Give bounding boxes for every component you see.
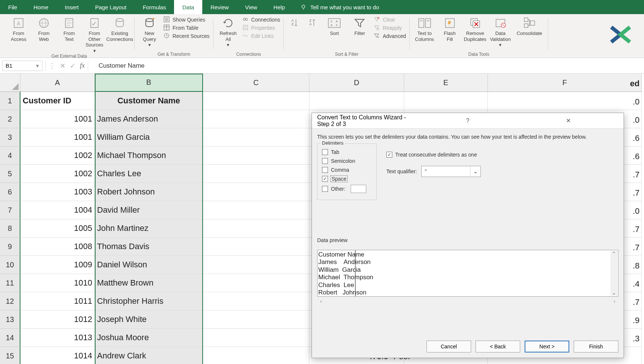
cell[interactable]: 1004 <box>20 201 95 219</box>
cell[interactable]: Michael Thompson <box>95 146 203 165</box>
cell[interactable]: 1005 <box>20 219 95 238</box>
enter-icon[interactable]: ✓ <box>70 62 75 70</box>
tab-help[interactable]: Help <box>265 0 293 14</box>
cell[interactable]: 1002 <box>20 146 95 165</box>
tab-review[interactable]: Review <box>202 0 237 14</box>
space-checkbox[interactable] <box>322 176 328 182</box>
dialog-help-button[interactable]: ? <box>418 117 518 124</box>
cell[interactable] <box>203 128 309 146</box>
tab-file[interactable]: File <box>0 0 25 14</box>
cell[interactable]: William Garcia <box>95 128 203 146</box>
tab-home[interactable]: Home <box>25 0 57 14</box>
from-access-button[interactable]: AFromAccess <box>7 15 30 42</box>
tab-view[interactable]: View <box>237 0 265 14</box>
row-header-10[interactable]: 10 <box>0 256 20 274</box>
cell[interactable]: 1003 <box>20 183 95 201</box>
cell[interactable]: 1010 <box>20 274 95 292</box>
row-header-3[interactable]: 3 <box>0 128 20 146</box>
cell[interactable]: Christopher Harris <box>95 292 203 310</box>
scroll-down-icon[interactable]: ⌄ <box>612 290 616 296</box>
connections-button[interactable]: Connections <box>242 16 280 23</box>
cell[interactable]: John Martinez <box>95 219 203 238</box>
cell[interactable]: Joseph White <box>95 310 203 329</box>
select-all-corner[interactable] <box>0 74 20 92</box>
data-validation-button[interactable]: DataValidation ▾ <box>489 15 512 48</box>
col-header-B[interactable]: B <box>95 74 203 92</box>
refresh-all-button[interactable]: RefreshAll ▾ <box>217 15 239 48</box>
cancel-button[interactable]: Cancel <box>426 341 471 352</box>
cell[interactable] <box>203 92 309 110</box>
row-header-7[interactable]: 7 <box>0 201 20 219</box>
row-header-4[interactable]: 4 <box>0 146 20 165</box>
row-header-15[interactable]: 15 <box>0 347 20 364</box>
filter-button[interactable]: Filter <box>348 15 371 36</box>
tab-insert[interactable]: Insert <box>57 0 87 14</box>
cell[interactable]: 1009 <box>20 256 95 274</box>
col-header-F[interactable]: F <box>488 74 642 92</box>
row-header-11[interactable]: 11 <box>0 274 20 292</box>
existing-connections-button[interactable]: ExistingConnections <box>109 15 131 42</box>
cell[interactable]: 1008 <box>20 238 95 256</box>
cell[interactable]: Daniel Wilson <box>95 256 203 274</box>
cell[interactable]: Charles Lee <box>95 165 203 183</box>
scroll-right-icon[interactable]: › <box>614 298 615 304</box>
cell[interactable] <box>203 183 309 201</box>
row-header-5[interactable]: 5 <box>0 165 20 183</box>
cell[interactable] <box>203 146 309 165</box>
cell[interactable] <box>203 110 309 128</box>
cell[interactable] <box>203 310 309 329</box>
other-checkbox[interactable] <box>322 186 328 192</box>
cell[interactable] <box>488 92 642 110</box>
flash-fill-button[interactable]: FlashFill <box>439 15 461 42</box>
from-table-button[interactable]: From Table <box>164 25 210 31</box>
cell[interactable]: Joshua Moore <box>95 329 203 347</box>
cell[interactable]: 1012 <box>20 310 95 329</box>
finish-button[interactable]: Finish <box>574 341 618 352</box>
text-qualifier-combo[interactable]: " ⌄ <box>421 166 481 177</box>
scroll-left-icon[interactable]: ‹ <box>320 298 322 304</box>
cell[interactable]: Robert Johnson <box>95 183 203 201</box>
show-queries-button[interactable]: Show Queries <box>164 16 210 23</box>
row-header-14[interactable]: 14 <box>0 329 20 347</box>
row-header-8[interactable]: 8 <box>0 219 20 238</box>
cell[interactable] <box>203 329 309 347</box>
from-web-button[interactable]: FromWeb <box>33 15 55 42</box>
cell[interactable]: 1002 <box>20 165 95 183</box>
fx-icon[interactable]: fx <box>80 62 85 70</box>
cell[interactable] <box>203 347 309 364</box>
advanced-filter-button[interactable]: +Advanced <box>374 33 406 39</box>
cell[interactable]: Customer ID <box>20 92 95 110</box>
properties-button[interactable]: Properties <box>242 25 280 31</box>
row-header-12[interactable]: 12 <box>0 292 20 310</box>
dots-icon[interactable]: ⋮ <box>49 62 55 70</box>
remove-duplicates-button[interactable]: RemoveDuplicates <box>464 15 486 42</box>
tell-me[interactable]: Tell me what you want to do <box>300 0 379 14</box>
cell[interactable] <box>203 292 309 310</box>
cell[interactable]: 1001 <box>20 110 95 128</box>
cell[interactable] <box>203 219 309 238</box>
cell[interactable] <box>203 201 309 219</box>
row-header-6[interactable]: 6 <box>0 183 20 201</box>
row-header-1[interactable]: 1 <box>0 92 20 110</box>
cell[interactable]: Customer Name <box>95 92 203 110</box>
sort-button[interactable]: ZAAZSort <box>323 15 345 36</box>
scroll-up-icon[interactable]: ⌃ <box>612 251 616 256</box>
semicolon-checkbox[interactable] <box>322 158 328 164</box>
cell[interactable]: 1011 <box>20 292 95 310</box>
row-header-9[interactable]: 9 <box>0 238 20 256</box>
dialog-close-button[interactable]: ✕ <box>518 117 618 124</box>
cell[interactable] <box>203 165 309 183</box>
cell[interactable] <box>203 238 309 256</box>
from-other-sources-button[interactable]: From OtherSources ▾ <box>83 15 106 54</box>
cancel-icon[interactable]: ✕ <box>60 62 65 70</box>
cell[interactable]: 1001 <box>20 128 95 146</box>
from-text-button[interactable]: FromText <box>58 15 80 42</box>
cell[interactable] <box>404 92 488 110</box>
tab-formulas[interactable]: Formulas <box>135 0 174 14</box>
cell[interactable]: Thomas Davis <box>95 238 203 256</box>
col-header-E[interactable]: E <box>404 74 488 92</box>
consolidate-button[interactable]: Consolidate <box>515 15 544 36</box>
cell[interactable] <box>309 92 404 110</box>
text-to-columns-button[interactable]: Text toColumns <box>413 15 436 42</box>
next-button[interactable]: Next > <box>525 341 569 352</box>
